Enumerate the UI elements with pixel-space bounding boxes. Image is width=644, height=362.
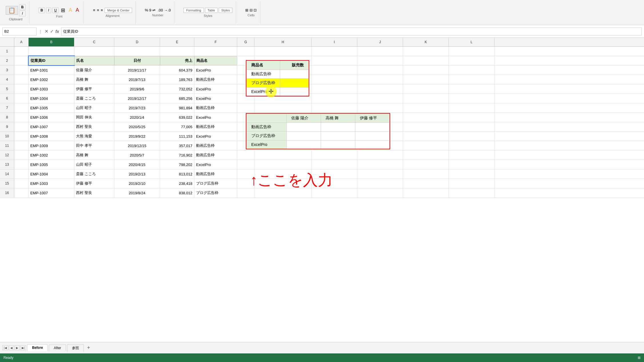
cell-b8[interactable]: EMP-1006 [29, 113, 74, 122]
summary1-row2-product[interactable]: ブログ広告枠 [247, 79, 280, 88]
cell-d12[interactable]: 2020/5/7 [114, 151, 160, 160]
cell-l2[interactable] [449, 56, 495, 65]
cell-k11[interactable] [403, 141, 449, 150]
cell-e5[interactable]: 732,052 [160, 84, 194, 94]
cell-e7[interactable]: 981,894 [160, 103, 194, 112]
col-header-f[interactable]: F [194, 38, 237, 46]
cell-l3[interactable] [449, 66, 495, 75]
cell-c8[interactable]: 岡田 伸夫 [74, 113, 114, 122]
col-header-e[interactable]: E [160, 38, 194, 46]
cell-k10[interactable] [403, 132, 449, 141]
cell-c16[interactable]: 西村 聖良 [74, 188, 114, 197]
cell-f5[interactable]: ExcelPro [194, 84, 237, 94]
col-header-l[interactable]: L [449, 38, 495, 46]
tab-first-arrow[interactable]: |◀ [2, 345, 8, 350]
paste-button[interactable]: 📋 [6, 6, 18, 15]
cell-d13[interactable]: 2020/4/15 [114, 160, 160, 169]
cell-j5[interactable] [357, 84, 403, 94]
cell-k2[interactable] [403, 56, 449, 65]
merge-center-button[interactable]: Merge & Center [105, 8, 132, 13]
summary2-r3c3[interactable] [355, 141, 390, 149]
cell-b7[interactable]: EMP-1005 [29, 103, 74, 112]
cell-f6[interactable]: ExcelPro [194, 94, 237, 103]
cell-i2[interactable] [312, 56, 357, 65]
summary1-row1-product[interactable]: 動画広告枠 [247, 70, 280, 79]
row-header-13[interactable]: 13 [0, 160, 14, 169]
cell-l14[interactable] [449, 169, 495, 179]
col-header-d[interactable]: D [114, 38, 160, 46]
cell-e3[interactable]: 604,379 [160, 66, 194, 75]
cell-d4[interactable]: 2019/7/13 [114, 75, 160, 84]
tab-prev-arrow[interactable]: ◀ [9, 345, 14, 350]
cell-f15[interactable]: ブログ広告枠 [194, 179, 237, 188]
cell-h12[interactable] [254, 151, 312, 160]
cell-c2[interactable]: 氏名 [74, 56, 114, 65]
cell-f14[interactable]: 動画広告枠 [194, 169, 237, 179]
cell-d2[interactable]: 日付 [114, 56, 160, 65]
summary2-r2c2[interactable] [321, 132, 355, 141]
row-header-1[interactable]: 1 [0, 47, 14, 56]
cell-b5[interactable]: EMP-1003 [29, 84, 74, 94]
col-header-c[interactable]: C [74, 38, 114, 46]
row-header-15[interactable]: 15 [0, 179, 14, 188]
cell-g12[interactable] [237, 151, 254, 160]
cell-k14[interactable] [403, 169, 449, 179]
summary2-r2c3[interactable] [355, 132, 390, 141]
cell-f10[interactable]: ExcelPro [194, 132, 237, 141]
cell-k1[interactable] [403, 47, 449, 56]
cell-f13[interactable]: ExcelPro [194, 160, 237, 169]
row-header-4[interactable]: 4 [0, 75, 14, 84]
row-header-2[interactable]: 2 [0, 56, 14, 65]
cell-i12[interactable] [312, 151, 357, 160]
cell-d15[interactable]: 2019/2/10 [114, 179, 160, 188]
cell-f4[interactable]: 動画広告枠 [194, 75, 237, 84]
cell-b3[interactable]: EMP-1001 [29, 66, 74, 75]
cell-e16[interactable]: 838,012 [160, 188, 194, 197]
cell-j6[interactable] [357, 94, 403, 103]
cell-d6[interactable]: 2019/12/17 [114, 94, 160, 103]
cell-a4[interactable] [14, 75, 29, 84]
cell-a16[interactable] [14, 188, 29, 197]
add-sheet-button[interactable]: + [85, 345, 93, 351]
cell-j12[interactable] [357, 151, 403, 160]
summary1-row2-count[interactable] [280, 79, 309, 88]
cell-b6[interactable]: EMP-1004 [29, 94, 74, 103]
font-bold[interactable]: B [39, 7, 45, 13]
col-header-a[interactable]: A [14, 38, 29, 46]
formatting-dropdown[interactable]: Formatting [184, 8, 204, 13]
cell-g1[interactable] [237, 47, 254, 56]
cell-f2[interactable]: 商品名 [194, 56, 237, 65]
confirm-icon[interactable]: ✓ [50, 29, 54, 34]
sheet-tab-reference[interactable]: 参照 [67, 344, 84, 352]
cell-j16[interactable] [357, 188, 403, 197]
cell-e14[interactable]: 813,012 [160, 169, 194, 179]
row-header-5[interactable]: 5 [0, 84, 14, 94]
cell-g7[interactable] [237, 103, 254, 112]
cell-j13[interactable] [357, 160, 403, 169]
cell-c5[interactable]: 伊藤 修平 [74, 84, 114, 94]
cell-i3[interactable] [312, 66, 357, 75]
cell-j2[interactable] [357, 56, 403, 65]
cell-d1[interactable] [114, 47, 160, 56]
cell-l10[interactable] [449, 132, 495, 141]
cell-k5[interactable] [403, 84, 449, 94]
cell-c10[interactable]: 大熊 海愛 [74, 132, 114, 141]
cell-b10[interactable]: EMP-1008 [29, 132, 74, 141]
cell-j4[interactable] [357, 75, 403, 84]
sheet-tab-before[interactable]: Before [27, 344, 48, 351]
cell-c6[interactable]: 斎藤 こころ [74, 94, 114, 103]
cell-l8[interactable] [449, 113, 495, 122]
row-header-7[interactable]: 7 [0, 103, 14, 112]
cell-f3[interactable]: ExcelPro [194, 66, 237, 75]
summary2-r1c1[interactable] [287, 123, 321, 132]
summary2-r3c1[interactable] [287, 141, 321, 149]
cell-a13[interactable] [14, 160, 29, 169]
col-header-b[interactable]: B [29, 38, 74, 46]
cell-c11[interactable]: 田中 孝平 [74, 141, 114, 150]
cell-e9[interactable]: 77,005 [160, 122, 194, 131]
cell-j3[interactable] [357, 66, 403, 75]
cell-f1[interactable] [194, 47, 237, 56]
col-header-j[interactable]: J [357, 38, 403, 46]
cell-k9[interactable] [403, 122, 449, 131]
summary2-r3c2[interactable] [321, 141, 355, 149]
